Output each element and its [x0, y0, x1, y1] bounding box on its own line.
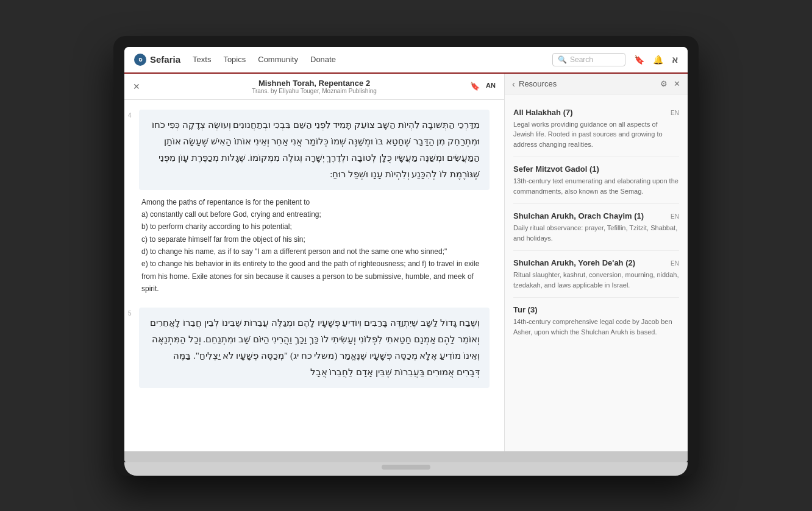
resource-title-row-4: Tur (3) [513, 305, 679, 314]
bookmark-icon[interactable]: 🔖 [634, 55, 644, 65]
laptop-base [124, 462, 688, 476]
resource-title-4[interactable]: Tur (3) [513, 305, 537, 314]
resource-title-row-2: Shulchan Arukh, Orach Chayim (1) EN [513, 211, 679, 220]
filter-icon[interactable]: ⚙ [660, 79, 668, 88]
segment-number-4: 4 [128, 112, 132, 119]
nav-topics[interactable]: Topics [223, 55, 246, 64]
segment-number-5: 5 [128, 310, 132, 317]
resources-header: ‹ Resources ⚙ ✕ [505, 74, 688, 94]
resource-lang-3: EN [671, 260, 679, 267]
text-segment-4: 4 מִדַּרְכֵי הַתְּשׁוּבָה לִהְיוֹת הַשָּ… [139, 110, 490, 295]
laptop-bottom-bar [124, 451, 688, 462]
navbar-right: 🔍 Search 🔖 🔔 א [552, 53, 678, 66]
text-title: Mishneh Torah, Repentance 2 [252, 79, 377, 88]
resources-title: Resources [519, 79, 557, 88]
back-icon[interactable]: ‹ [512, 79, 515, 89]
resource-desc-1: 13th-century text enumerating and elabor… [513, 176, 679, 196]
nav-community[interactable]: Community [258, 55, 298, 64]
text-segment-5: 5 וְשֶׁבַח גָּדוֹל לַשָּׁב שֶׁיִּתְוַדֶּ… [139, 308, 490, 388]
resource-title-row-1: Sefer Mitzvot Gadol (1) [513, 164, 679, 174]
main-area: ✕ Mishneh Torah, Repentance 2 Trans. by … [124, 74, 688, 451]
text-header-title: Mishneh Torah, Repentance 2 Trans. by El… [252, 79, 377, 94]
bookmark-text-icon[interactable]: 🔖 [470, 82, 480, 91]
hebrew-text-4: מִדַּרְכֵי הַתְּשׁוּבָה לִהְיוֹת הַשָּׁב… [139, 110, 490, 190]
logo-icon: ס [134, 54, 146, 66]
text-header: ✕ Mishneh Torah, Repentance 2 Trans. by … [124, 74, 504, 100]
resource-lang-2: EN [671, 213, 679, 220]
nav-donate[interactable]: Donate [310, 55, 336, 64]
resource-item-0: All Halakhah (7) EN Legal works providin… [513, 100, 679, 158]
text-subtitle: Trans. by Eliyahu Touger, Moznaim Publis… [252, 88, 377, 94]
resource-lang-0: EN [671, 110, 679, 116]
search-icon: 🔍 [558, 55, 567, 64]
search-placeholder: Search [570, 55, 593, 64]
close-button[interactable]: ✕ [133, 82, 140, 91]
text-body: 4 מִדַּרְכֵי הַתְּשׁוּבָה לִהְיוֹת הַשָּ… [124, 100, 504, 451]
logo-text: Sefaria [150, 54, 180, 65]
english-text-4: Among the paths of repentance is for the… [139, 196, 490, 295]
resource-item-3: Shulchan Arukh, Yoreh De'ah (2) EN Ritua… [513, 251, 679, 298]
navbar-links: Texts Topics Community Donate [193, 55, 336, 64]
resource-desc-2: Daily ritual observance: prayer, Tefilli… [513, 223, 679, 243]
text-header-actions: 🔖 AN [470, 82, 496, 91]
resource-item-2: Shulchan Arukh, Orach Chayim (1) EN Dail… [513, 204, 679, 251]
resource-title-row-3: Shulchan Arukh, Yoreh De'ah (2) EN [513, 258, 679, 267]
resources-panel: ‹ Resources ⚙ ✕ All Halakhah (7) EN [505, 74, 688, 451]
aleph-icon[interactable]: א [672, 54, 678, 65]
resource-item-1: Sefer Mitzvot Gadol (1) 13th-century tex… [513, 157, 679, 204]
resource-item-4: Tur (3) 14th-century comprehensive legal… [513, 298, 679, 344]
resource-title-2[interactable]: Shulchan Arukh, Orach Chayim (1) [513, 211, 644, 220]
text-panel: ✕ Mishneh Torah, Repentance 2 Trans. by … [124, 74, 505, 451]
resources-body: All Halakhah (7) EN Legal works providin… [505, 94, 688, 451]
resources-header-right: ⚙ ✕ [660, 79, 680, 88]
resource-desc-0: Legal works providing guidance on all as… [513, 119, 679, 150]
laptop-frame: ס Sefaria Texts Topics Community Donate … [113, 36, 699, 476]
logo[interactable]: ס Sefaria [134, 54, 180, 66]
laptop-screen: ס Sefaria Texts Topics Community Donate … [124, 47, 688, 451]
bell-icon[interactable]: 🔔 [653, 55, 663, 65]
close-resources-icon[interactable]: ✕ [674, 79, 680, 88]
search-box[interactable]: 🔍 Search [552, 53, 625, 66]
resources-header-left: ‹ Resources [512, 79, 557, 89]
an-toggle[interactable]: AN [486, 82, 496, 91]
resource-title-row-0: All Halakhah (7) EN [513, 108, 679, 117]
resource-desc-3: Ritual slaughter, kashrut, conversion, m… [513, 270, 679, 290]
resource-title-0[interactable]: All Halakhah (7) [513, 108, 573, 117]
navbar: ס Sefaria Texts Topics Community Donate … [124, 47, 688, 74]
hebrew-text-5: וְשֶׁבַח גָּדוֹל לַשָּׁב שֶׁיִּתְוַדֶּה … [139, 308, 490, 388]
resource-title-3[interactable]: Shulchan Arukh, Yoreh De'ah (2) [513, 258, 635, 267]
resource-title-1[interactable]: Sefer Mitzvot Gadol (1) [513, 164, 599, 174]
resource-desc-4: 14th-century comprehensive legal code by… [513, 317, 679, 337]
nav-texts[interactable]: Texts [193, 55, 211, 64]
